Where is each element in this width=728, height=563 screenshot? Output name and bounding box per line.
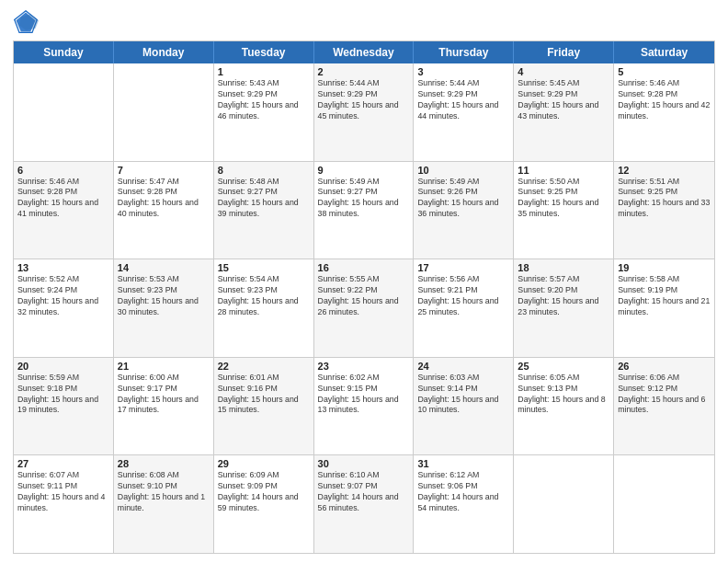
day-number: 3 [417, 66, 509, 77]
day-number: 25 [518, 361, 609, 372]
day-info: Sunrise: 5:56 AM Sunset: 9:21 PM Dayligh… [417, 274, 509, 318]
calendar-cell: 12Sunrise: 5:51 AM Sunset: 9:25 PM Dayli… [614, 162, 714, 259]
logo-icon [13, 9, 39, 35]
calendar-cell: 9Sunrise: 5:49 AM Sunset: 9:27 PM Daylig… [314, 162, 415, 259]
day-number: 26 [618, 361, 711, 372]
page: SundayMondayTuesdayWednesdayThursdayFrid… [0, 0, 728, 563]
day-info: Sunrise: 5:52 AM Sunset: 9:24 PM Dayligh… [17, 274, 109, 318]
calendar-cell: 26Sunrise: 6:06 AM Sunset: 9:12 PM Dayli… [614, 358, 714, 455]
calendar-cell: 20Sunrise: 5:59 AM Sunset: 9:18 PM Dayli… [14, 358, 114, 455]
day-info: Sunrise: 5:50 AM Sunset: 9:25 PM Dayligh… [518, 177, 609, 221]
day-number: 16 [318, 262, 410, 273]
calendar-header: SundayMondayTuesdayWednesdayThursdayFrid… [14, 41, 714, 63]
header-day-wednesday: Wednesday [314, 41, 415, 63]
day-number: 14 [118, 262, 210, 273]
calendar-cell [614, 455, 714, 553]
day-number: 11 [518, 165, 609, 176]
day-number: 6 [17, 165, 109, 176]
header-day-tuesday: Tuesday [214, 41, 314, 63]
calendar-cell: 31Sunrise: 6:12 AM Sunset: 9:06 PM Dayli… [414, 455, 514, 553]
header [13, 9, 715, 35]
calendar-cell: 3Sunrise: 5:44 AM Sunset: 9:29 PM Daylig… [414, 63, 514, 161]
calendar-cell: 6Sunrise: 5:46 AM Sunset: 9:28 PM Daylig… [14, 162, 114, 259]
calendar-cell: 24Sunrise: 6:03 AM Sunset: 9:14 PM Dayli… [414, 358, 514, 455]
day-number: 7 [118, 165, 210, 176]
day-info: Sunrise: 6:01 AM Sunset: 9:16 PM Dayligh… [218, 373, 310, 417]
day-number: 5 [618, 66, 711, 77]
day-info: Sunrise: 5:48 AM Sunset: 9:27 PM Dayligh… [218, 177, 310, 221]
calendar-cell: 13Sunrise: 5:52 AM Sunset: 9:24 PM Dayli… [14, 259, 114, 357]
day-info: Sunrise: 5:49 AM Sunset: 9:26 PM Dayligh… [417, 177, 509, 221]
day-number: 21 [118, 361, 210, 372]
day-number: 4 [518, 66, 609, 77]
calendar-cell: 18Sunrise: 5:57 AM Sunset: 9:20 PM Dayli… [514, 259, 614, 357]
calendar-cell: 28Sunrise: 6:08 AM Sunset: 9:10 PM Dayli… [114, 455, 214, 553]
day-number: 20 [17, 361, 109, 372]
calendar-cell: 7Sunrise: 5:47 AM Sunset: 9:28 PM Daylig… [114, 162, 214, 259]
calendar-cell: 27Sunrise: 6:07 AM Sunset: 9:11 PM Dayli… [14, 455, 114, 553]
calendar-cell: 30Sunrise: 6:10 AM Sunset: 9:07 PM Dayli… [314, 455, 415, 553]
calendar-row-4: 20Sunrise: 5:59 AM Sunset: 9:18 PM Dayli… [14, 357, 714, 455]
day-info: Sunrise: 6:09 AM Sunset: 9:09 PM Dayligh… [218, 470, 310, 514]
calendar-cell: 11Sunrise: 5:50 AM Sunset: 9:25 PM Dayli… [514, 162, 614, 259]
day-info: Sunrise: 6:05 AM Sunset: 9:13 PM Dayligh… [518, 373, 609, 417]
day-number: 8 [218, 165, 310, 176]
day-info: Sunrise: 5:53 AM Sunset: 9:23 PM Dayligh… [118, 274, 210, 318]
calendar-cell: 17Sunrise: 5:56 AM Sunset: 9:21 PM Dayli… [414, 259, 514, 357]
logo [13, 9, 42, 35]
day-number: 10 [417, 165, 509, 176]
day-number: 12 [618, 165, 711, 176]
day-info: Sunrise: 5:44 AM Sunset: 9:29 PM Dayligh… [318, 78, 410, 122]
day-number: 31 [417, 458, 509, 469]
day-number: 28 [118, 458, 210, 469]
day-number: 29 [218, 458, 310, 469]
day-number: 9 [318, 165, 410, 176]
calendar-cell: 22Sunrise: 6:01 AM Sunset: 9:16 PM Dayli… [214, 358, 314, 455]
day-info: Sunrise: 5:45 AM Sunset: 9:29 PM Dayligh… [518, 78, 609, 122]
day-info: Sunrise: 5:49 AM Sunset: 9:27 PM Dayligh… [318, 177, 410, 221]
day-info: Sunrise: 6:06 AM Sunset: 9:12 PM Dayligh… [618, 373, 711, 417]
calendar-body: 1Sunrise: 5:43 AM Sunset: 9:29 PM Daylig… [14, 63, 714, 553]
day-info: Sunrise: 5:51 AM Sunset: 9:25 PM Dayligh… [618, 177, 711, 221]
day-info: Sunrise: 6:12 AM Sunset: 9:06 PM Dayligh… [417, 470, 509, 514]
day-info: Sunrise: 5:58 AM Sunset: 9:19 PM Dayligh… [618, 274, 711, 318]
day-number: 17 [417, 262, 509, 273]
header-day-sunday: Sunday [14, 41, 114, 63]
day-number: 18 [518, 262, 609, 273]
day-info: Sunrise: 6:00 AM Sunset: 9:17 PM Dayligh… [118, 373, 210, 417]
calendar-cell: 29Sunrise: 6:09 AM Sunset: 9:09 PM Dayli… [214, 455, 314, 553]
calendar-cell [514, 455, 614, 553]
calendar-cell: 23Sunrise: 6:02 AM Sunset: 9:15 PM Dayli… [314, 358, 415, 455]
day-info: Sunrise: 5:59 AM Sunset: 9:18 PM Dayligh… [17, 373, 109, 417]
calendar-row-3: 13Sunrise: 5:52 AM Sunset: 9:24 PM Dayli… [14, 259, 714, 357]
day-number: 1 [218, 66, 310, 77]
day-info: Sunrise: 6:10 AM Sunset: 9:07 PM Dayligh… [318, 470, 410, 514]
calendar-cell [14, 63, 114, 161]
day-info: Sunrise: 6:02 AM Sunset: 9:15 PM Dayligh… [318, 373, 410, 417]
calendar-cell: 15Sunrise: 5:54 AM Sunset: 9:23 PM Dayli… [214, 259, 314, 357]
day-info: Sunrise: 5:47 AM Sunset: 9:28 PM Dayligh… [118, 177, 210, 221]
calendar-row-1: 1Sunrise: 5:43 AM Sunset: 9:29 PM Daylig… [14, 63, 714, 161]
day-info: Sunrise: 5:46 AM Sunset: 9:28 PM Dayligh… [618, 78, 711, 122]
calendar-cell: 8Sunrise: 5:48 AM Sunset: 9:27 PM Daylig… [214, 162, 314, 259]
day-info: Sunrise: 6:07 AM Sunset: 9:11 PM Dayligh… [17, 470, 109, 514]
calendar-row-5: 27Sunrise: 6:07 AM Sunset: 9:11 PM Dayli… [14, 454, 714, 553]
day-info: Sunrise: 6:03 AM Sunset: 9:14 PM Dayligh… [417, 373, 509, 417]
day-number: 24 [417, 361, 509, 372]
day-number: 30 [318, 458, 410, 469]
calendar-cell: 5Sunrise: 5:46 AM Sunset: 9:28 PM Daylig… [614, 63, 714, 161]
header-day-saturday: Saturday [614, 41, 714, 63]
day-info: Sunrise: 5:55 AM Sunset: 9:22 PM Dayligh… [318, 274, 410, 318]
day-info: Sunrise: 5:46 AM Sunset: 9:28 PM Dayligh… [17, 177, 109, 221]
calendar: SundayMondayTuesdayWednesdayThursdayFrid… [13, 40, 715, 554]
day-number: 23 [318, 361, 410, 372]
day-number: 19 [618, 262, 711, 273]
day-number: 27 [17, 458, 109, 469]
day-number: 2 [318, 66, 410, 77]
day-info: Sunrise: 5:54 AM Sunset: 9:23 PM Dayligh… [218, 274, 310, 318]
day-number: 15 [218, 262, 310, 273]
header-day-friday: Friday [514, 41, 614, 63]
calendar-cell: 14Sunrise: 5:53 AM Sunset: 9:23 PM Dayli… [114, 259, 214, 357]
day-info: Sunrise: 6:08 AM Sunset: 9:10 PM Dayligh… [118, 470, 210, 514]
calendar-cell: 1Sunrise: 5:43 AM Sunset: 9:29 PM Daylig… [214, 63, 314, 161]
